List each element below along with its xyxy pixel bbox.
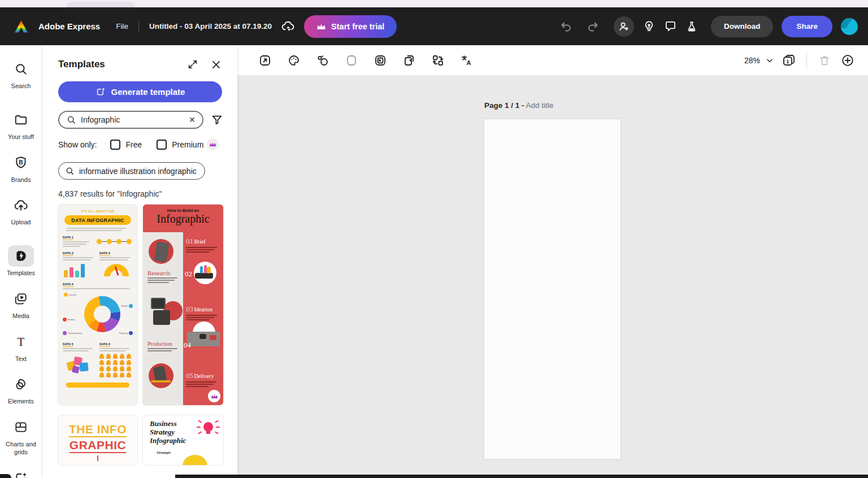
add-title-label[interactable]: Add title: [526, 101, 554, 110]
sidebar-item-templates[interactable]: Templates: [1, 240, 41, 283]
app-name: Adobe Express: [38, 21, 100, 31]
zoom-control[interactable]: 28%: [744, 56, 774, 65]
file-menu[interactable]: File: [116, 22, 128, 31]
templates-panel: Templates Generate template: [42, 45, 237, 478]
beta-flask-icon[interactable]: [685, 20, 698, 33]
sidebar-item-elements[interactable]: Elements: [1, 368, 41, 411]
template-title-line2: GRAPHIC: [70, 438, 126, 453]
section-label: DATA 6: [99, 342, 110, 347]
template-subtitle: Strategic: [157, 450, 220, 455]
resize-icon[interactable]: [256, 51, 274, 69]
template-card-the-info-graphic[interactable]: THE INFO GRAPHIC: [58, 415, 137, 465]
generate-template-button[interactable]: Generate template: [58, 81, 222, 102]
sidebar-item-your-stuff[interactable]: Your stuff: [1, 104, 41, 147]
chevron-down-icon: [766, 57, 774, 64]
trash-icon[interactable]: [817, 53, 832, 68]
feedback-icon[interactable]: [664, 20, 677, 33]
suggestion-label: informative illustration infographic: [79, 167, 197, 176]
translate-icon[interactable]: A: [458, 51, 476, 69]
section-label: DATA 5: [63, 342, 73, 347]
svg-text:T: T: [18, 336, 25, 348]
sidebar-item-text[interactable]: T Text: [1, 326, 41, 369]
animate-icon[interactable]: [314, 51, 332, 69]
step-brief: 01 Brief: [186, 237, 220, 253]
section-label: DATA 1: [63, 236, 73, 240]
search-icon: [65, 166, 75, 176]
template-search-field[interactable]: ✕: [58, 111, 203, 129]
elements-icon: [8, 373, 34, 395]
generate-sparkle-icon: [96, 86, 106, 97]
search-input[interactable]: [81, 115, 183, 124]
canvas-area[interactable]: Page 1 / 1 - Add title: [237, 75, 868, 478]
start-free-trial-button[interactable]: Start free trial: [304, 15, 397, 38]
premium-label: Premium: [172, 140, 203, 149]
pages-icon[interactable]: [400, 51, 418, 69]
step-ideation: 03 Ideation: [186, 305, 220, 320]
timeline-graphic: [96, 236, 133, 247]
page-label[interactable]: Page 1 / 1 - Add title: [484, 101, 553, 110]
expand-panel-icon[interactable]: [186, 58, 199, 71]
template-card-data-infographic[interactable]: IT'S ALL ABOUT THE DATA INFOGRAPHIC DATA…: [58, 205, 137, 405]
share-button[interactable]: Share: [782, 16, 832, 37]
bar-chart-graphic: [63, 263, 96, 277]
zoom-level: 28%: [744, 56, 760, 65]
cloud-sync-icon[interactable]: [281, 19, 295, 33]
section-label: DATA 3: [99, 251, 110, 256]
swap-icon[interactable]: [429, 51, 447, 69]
browser-tab-edge: [67, 2, 134, 7]
redo-icon[interactable]: [586, 20, 600, 33]
crown-icon: [316, 23, 326, 31]
page-count-indicator[interactable]: 1: [782, 54, 796, 67]
svg-text:B: B: [19, 159, 23, 166]
palette-icon[interactable]: [285, 51, 303, 69]
undo-icon[interactable]: [559, 20, 573, 33]
design-page[interactable]: [484, 119, 620, 459]
premium-crown-icon: [208, 390, 220, 402]
sidebar-item-charts-grids[interactable]: Charts and grids: [1, 411, 41, 462]
search-suggestion-pill[interactable]: informative illustration infographic: [58, 162, 205, 180]
add-page-icon[interactable]: [840, 53, 856, 68]
page-count-number: 1: [786, 58, 789, 64]
toolbar-divider: [806, 53, 807, 68]
section-label: DATA 2: [63, 251, 73, 256]
sidebar-item-search[interactable]: Search: [1, 53, 41, 96]
filter-icon[interactable]: [211, 114, 223, 126]
show-only-label: Show only:: [58, 140, 97, 149]
puzzle-graphic: [63, 354, 96, 379]
add-people-icon[interactable]: [614, 16, 634, 37]
template-kicker: IT'S ALL ABOUT THE: [63, 210, 133, 213]
brand-shield-icon: B: [8, 152, 34, 173]
page-number-label: Page 1 / 1 -: [484, 101, 524, 110]
template-title-line: Infographic: [150, 437, 220, 445]
sidebar-item-media[interactable]: Media: [1, 283, 41, 326]
trial-button-label: Start free trial: [331, 22, 384, 31]
clear-search-icon[interactable]: ✕: [188, 115, 197, 125]
download-button[interactable]: Download: [711, 16, 774, 37]
app-header: Adobe Express File Untitled - 03 April 2…: [0, 7, 868, 45]
sidebar-item-upload[interactable]: Upload: [1, 189, 41, 232]
text-icon: T: [8, 331, 34, 353]
section-label: DATA 4: [63, 283, 73, 287]
header-divider: [138, 20, 139, 33]
taskbar-edge: [175, 475, 868, 478]
generative-ai-icon: [8, 467, 34, 478]
template-decoration: [183, 455, 207, 465]
free-label: Free: [125, 140, 142, 149]
search-icon: [66, 115, 76, 125]
templates-icon: [8, 245, 34, 267]
results-count: 4,837 results for "Infographic": [58, 189, 223, 198]
template-card-how-to-build-infographic[interactable]: How to Build an Infographic: [143, 205, 223, 405]
lightbulb-icon[interactable]: [643, 20, 656, 33]
sidebar-item-brands[interactable]: B Brands: [1, 147, 41, 190]
blank-frame-icon[interactable]: [342, 51, 361, 69]
premium-checkbox[interactable]: [157, 140, 167, 150]
template-title: DATA INFOGRAPHIC: [64, 215, 131, 225]
crowd-graphic: [99, 354, 133, 377]
image-frame-icon[interactable]: [371, 51, 389, 69]
template-card-business-strategy[interactable]: Business Strategy Infographic Strategic: [143, 415, 223, 465]
avatar[interactable]: [841, 18, 858, 35]
close-panel-icon[interactable]: [210, 58, 223, 71]
panel-title: Templates: [58, 59, 105, 70]
free-checkbox[interactable]: [110, 140, 120, 150]
adobe-express-window: Adobe Express File Untitled - 03 April 2…: [0, 0, 868, 478]
